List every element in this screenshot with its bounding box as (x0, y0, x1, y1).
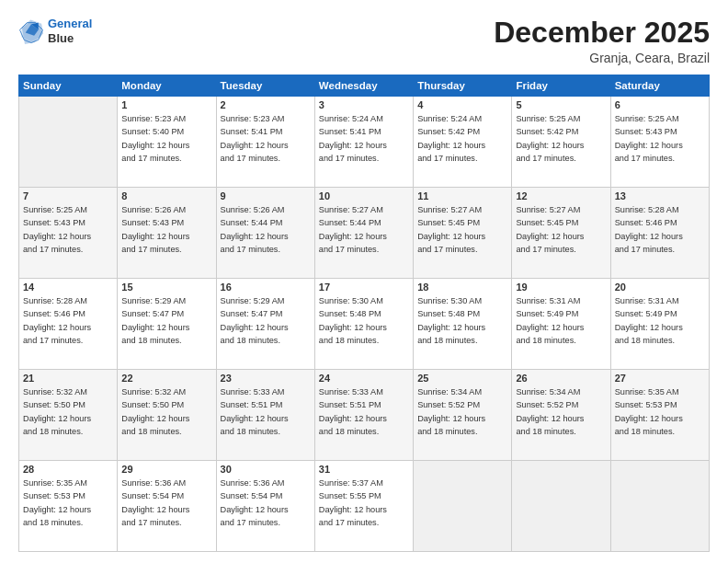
calendar-body: 1Sunrise: 5:23 AM Sunset: 5:40 PM Daylig… (19, 97, 710, 552)
calendar-week-0: 1Sunrise: 5:23 AM Sunset: 5:40 PM Daylig… (19, 97, 710, 188)
cell-day-number: 13 (615, 190, 705, 201)
day-header-tuesday: Tuesday (216, 75, 314, 97)
cell-info: Sunrise: 5:29 AM Sunset: 5:47 PM Dayligh… (221, 294, 311, 347)
calendar-cell: 6Sunrise: 5:25 AM Sunset: 5:43 PM Daylig… (610, 97, 709, 188)
calendar-cell: 12Sunrise: 5:27 AM Sunset: 5:45 PM Dayli… (512, 188, 610, 279)
cell-info: Sunrise: 5:25 AM Sunset: 5:43 PM Dayligh… (615, 112, 705, 165)
cell-day-number: 2 (221, 99, 311, 110)
cell-info: Sunrise: 5:24 AM Sunset: 5:41 PM Dayligh… (319, 112, 409, 165)
day-header-wednesday: Wednesday (314, 75, 413, 97)
calendar-cell: 17Sunrise: 5:30 AM Sunset: 5:48 PM Dayli… (314, 279, 413, 370)
cell-day-number: 14 (23, 282, 113, 293)
cell-info: Sunrise: 5:27 AM Sunset: 5:45 PM Dayligh… (417, 203, 507, 256)
cell-day-number: 29 (121, 464, 211, 475)
cell-day-number: 17 (319, 282, 409, 293)
cell-day-number: 5 (516, 99, 606, 110)
cell-day-number: 1 (121, 99, 211, 110)
cell-day-number: 30 (221, 464, 311, 475)
day-header-sunday: Sunday (19, 75, 118, 97)
cell-info: Sunrise: 5:27 AM Sunset: 5:44 PM Dayligh… (319, 203, 409, 256)
calendar-cell: 14Sunrise: 5:28 AM Sunset: 5:46 PM Dayli… (19, 279, 118, 370)
cell-day-number: 16 (221, 282, 311, 293)
cell-info: Sunrise: 5:29 AM Sunset: 5:47 PM Dayligh… (121, 294, 211, 347)
cell-info: Sunrise: 5:25 AM Sunset: 5:42 PM Dayligh… (516, 112, 606, 165)
cell-info: Sunrise: 5:23 AM Sunset: 5:40 PM Dayligh… (121, 112, 211, 165)
cell-info: Sunrise: 5:32 AM Sunset: 5:50 PM Dayligh… (121, 385, 211, 438)
calendar-cell: 24Sunrise: 5:33 AM Sunset: 5:51 PM Dayli… (314, 370, 413, 461)
cell-info: Sunrise: 5:24 AM Sunset: 5:42 PM Dayligh… (417, 112, 507, 165)
cell-info: Sunrise: 5:25 AM Sunset: 5:43 PM Dayligh… (23, 203, 113, 256)
cell-day-number: 26 (516, 373, 606, 384)
day-header-friday: Friday (512, 75, 610, 97)
day-header-saturday: Saturday (610, 75, 709, 97)
cell-day-number: 7 (23, 190, 113, 201)
cell-day-number: 11 (417, 190, 507, 201)
cell-info: Sunrise: 5:33 AM Sunset: 5:51 PM Dayligh… (221, 385, 311, 438)
cell-info: Sunrise: 5:31 AM Sunset: 5:49 PM Dayligh… (615, 294, 705, 347)
calendar-cell: 26Sunrise: 5:34 AM Sunset: 5:52 PM Dayli… (512, 370, 610, 461)
cell-day-number: 28 (23, 464, 113, 475)
calendar-week-2: 14Sunrise: 5:28 AM Sunset: 5:46 PM Dayli… (19, 279, 710, 370)
calendar-cell: 8Sunrise: 5:26 AM Sunset: 5:43 PM Daylig… (118, 188, 216, 279)
cell-day-number: 6 (615, 99, 705, 110)
cell-info: Sunrise: 5:36 AM Sunset: 5:54 PM Dayligh… (121, 477, 211, 529)
cell-day-number: 25 (417, 373, 507, 384)
cell-info: Sunrise: 5:28 AM Sunset: 5:46 PM Dayligh… (23, 294, 113, 347)
cell-info: Sunrise: 5:37 AM Sunset: 5:55 PM Dayligh… (319, 477, 409, 529)
calendar-cell: 11Sunrise: 5:27 AM Sunset: 5:45 PM Dayli… (414, 188, 512, 279)
cell-day-number: 19 (516, 282, 606, 293)
calendar-cell: 27Sunrise: 5:35 AM Sunset: 5:53 PM Dayli… (610, 370, 709, 461)
cell-info: Sunrise: 5:35 AM Sunset: 5:53 PM Dayligh… (23, 477, 113, 529)
cell-day-number: 21 (23, 373, 113, 384)
calendar-cell: 5Sunrise: 5:25 AM Sunset: 5:42 PM Daylig… (512, 97, 610, 188)
cell-day-number: 24 (319, 373, 409, 384)
calendar-cell: 16Sunrise: 5:29 AM Sunset: 5:47 PM Dayli… (216, 279, 314, 370)
cell-day-number: 22 (121, 373, 211, 384)
cell-day-number: 15 (121, 282, 211, 293)
logo-line2: Blue (48, 31, 92, 46)
calendar-cell: 31Sunrise: 5:37 AM Sunset: 5:55 PM Dayli… (314, 461, 413, 552)
cell-info: Sunrise: 5:30 AM Sunset: 5:48 PM Dayligh… (319, 294, 409, 347)
cell-day-number: 23 (221, 373, 311, 384)
cell-day-number: 18 (417, 282, 507, 293)
subtitle: Granja, Ceara, Brazil (494, 51, 710, 65)
calendar-cell: 13Sunrise: 5:28 AM Sunset: 5:46 PM Dayli… (610, 188, 709, 279)
cell-day-number: 9 (221, 190, 311, 201)
calendar-cell (414, 461, 512, 552)
calendar-cell (610, 461, 709, 552)
calendar-cell: 9Sunrise: 5:26 AM Sunset: 5:44 PM Daylig… (216, 188, 314, 279)
calendar-cell (512, 461, 610, 552)
calendar-week-4: 28Sunrise: 5:35 AM Sunset: 5:53 PM Dayli… (19, 461, 710, 552)
cell-info: Sunrise: 5:23 AM Sunset: 5:41 PM Dayligh… (221, 112, 311, 165)
calendar-table: SundayMondayTuesdayWednesdayThursdayFrid… (18, 75, 710, 552)
cell-day-number: 4 (417, 99, 507, 110)
calendar-cell: 21Sunrise: 5:32 AM Sunset: 5:50 PM Dayli… (19, 370, 118, 461)
cell-info: Sunrise: 5:31 AM Sunset: 5:49 PM Dayligh… (516, 294, 606, 347)
cell-day-number: 3 (319, 99, 409, 110)
cell-info: Sunrise: 5:32 AM Sunset: 5:50 PM Dayligh… (23, 385, 113, 438)
cell-info: Sunrise: 5:33 AM Sunset: 5:51 PM Dayligh… (319, 385, 409, 438)
logo-text: General Blue (48, 17, 92, 45)
calendar-header: SundayMondayTuesdayWednesdayThursdayFrid… (19, 75, 710, 97)
calendar-cell: 4Sunrise: 5:24 AM Sunset: 5:42 PM Daylig… (414, 97, 512, 188)
calendar-cell: 29Sunrise: 5:36 AM Sunset: 5:54 PM Dayli… (118, 461, 216, 552)
cell-info: Sunrise: 5:26 AM Sunset: 5:43 PM Dayligh… (121, 203, 211, 256)
cell-info: Sunrise: 5:34 AM Sunset: 5:52 PM Dayligh… (516, 385, 606, 438)
days-row: SundayMondayTuesdayWednesdayThursdayFrid… (19, 75, 710, 97)
calendar-cell: 30Sunrise: 5:36 AM Sunset: 5:54 PM Dayli… (216, 461, 314, 552)
calendar-cell: 23Sunrise: 5:33 AM Sunset: 5:51 PM Dayli… (216, 370, 314, 461)
logo-icon (18, 18, 44, 44)
cell-info: Sunrise: 5:27 AM Sunset: 5:45 PM Dayligh… (516, 203, 606, 256)
cell-day-number: 12 (516, 190, 606, 201)
calendar-cell: 7Sunrise: 5:25 AM Sunset: 5:43 PM Daylig… (19, 188, 118, 279)
calendar-cell: 20Sunrise: 5:31 AM Sunset: 5:49 PM Dayli… (610, 279, 709, 370)
cell-info: Sunrise: 5:35 AM Sunset: 5:53 PM Dayligh… (615, 385, 705, 438)
title-block: December 2025 Granja, Ceara, Brazil (494, 17, 710, 65)
cell-day-number: 8 (121, 190, 211, 201)
calendar-cell: 22Sunrise: 5:32 AM Sunset: 5:50 PM Dayli… (118, 370, 216, 461)
calendar-cell: 25Sunrise: 5:34 AM Sunset: 5:52 PM Dayli… (414, 370, 512, 461)
logo-line1: General (48, 17, 92, 30)
main-title: December 2025 (494, 17, 710, 49)
day-header-monday: Monday (118, 75, 216, 97)
calendar-cell: 19Sunrise: 5:31 AM Sunset: 5:49 PM Dayli… (512, 279, 610, 370)
